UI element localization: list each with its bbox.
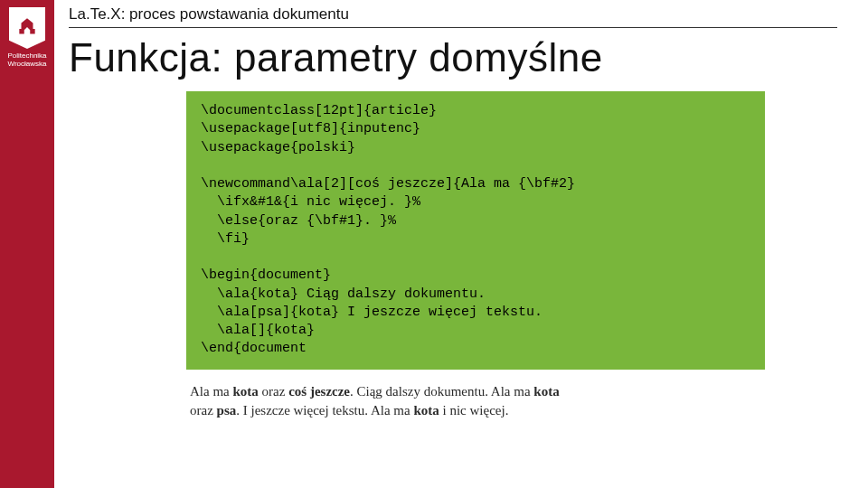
code-line: \newcommand\ala[2][coś jeszcze]{Ala ma {… (201, 176, 575, 192)
slide-header: La.Te.X: proces powstawania dokumentu (69, 0, 837, 28)
code-line: \ala{kota} Ciąg dalszy dokumentu. (201, 286, 486, 302)
university-crest (9, 7, 45, 49)
logo-line2: Wrocławska (7, 61, 46, 69)
slide-content: La.Te.X: proces powstawania dokumentu Fu… (69, 0, 854, 421)
code-line: \usepackage[utf8]{inputenc} (201, 121, 420, 136)
code-line: \begin{document} (201, 267, 331, 283)
sidebar: Politechnika Wrocławska (0, 0, 54, 488)
output-text: Ala ma (190, 384, 232, 399)
code-line: \ala[psa]{kota} I jeszcze więcej tekstu. (201, 305, 542, 320)
output-text: . I jeszcze więcej tekstu. Ala ma (236, 403, 413, 418)
code-block: \documentclass[12pt]{article} \usepackag… (186, 91, 765, 370)
slide-title: Funkcja: parametry domyślne (69, 35, 854, 80)
code-line: \else{oraz {\bf#1}. }% (201, 213, 396, 229)
output-bold: kota (413, 403, 439, 418)
code-line: \documentclass[12pt]{article} (201, 103, 437, 118)
output-text: oraz (190, 403, 217, 418)
output-text: i nic więcej. (439, 403, 509, 418)
code-line: \usepackage{polski} (201, 140, 355, 155)
output-bold: kota (232, 384, 258, 399)
output-block: Ala ma kota oraz coś jeszcze. Ciąg dalsz… (186, 382, 765, 422)
output-bold: coś jeszcze (288, 384, 350, 399)
eagle-icon (15, 16, 39, 40)
code-line: \end{document (201, 341, 307, 356)
output-bold: psa (217, 403, 237, 418)
logo-caption: Politechnika Wrocławska (7, 52, 46, 69)
code-line: \fi} (201, 231, 250, 247)
output-bold: kota (533, 384, 559, 399)
code-line: \ala[]{kota} (201, 323, 315, 338)
output-text: oraz (259, 384, 288, 399)
output-text: . Ciąg dalszy dokumentu. Ala ma (350, 384, 533, 399)
code-line: \ifx&#1&{i nic więcej. }% (201, 194, 420, 210)
